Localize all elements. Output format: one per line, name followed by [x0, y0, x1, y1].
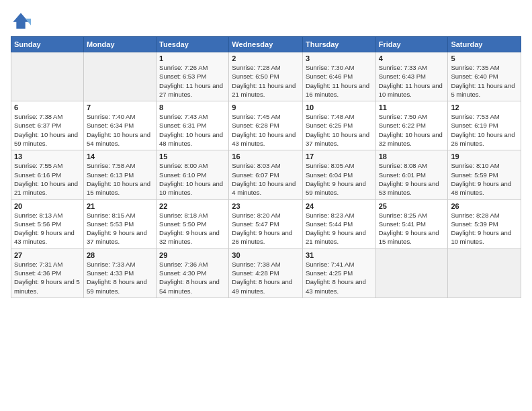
day-info: Sunrise: 7:28 AMSunset: 6:50 PMDaylight:…	[232, 63, 300, 99]
col-header-monday: Monday	[83, 37, 156, 52]
day-info: Sunrise: 7:35 AMSunset: 6:40 PMDaylight:…	[451, 63, 518, 99]
day-cell: 9 Sunrise: 7:45 AMSunset: 6:28 PMDayligh…	[229, 101, 303, 150]
day-number: 15	[159, 152, 226, 161]
day-info: Sunrise: 7:26 AMSunset: 6:53 PMDaylight:…	[159, 63, 226, 99]
col-header-sunday: Sunday	[11, 37, 84, 52]
day-number: 23	[232, 202, 300, 210]
header	[11, 11, 521, 31]
day-number: 30	[232, 251, 300, 259]
day-number: 7	[87, 103, 153, 111]
day-number: 13	[14, 152, 81, 161]
day-cell: 27 Sunrise: 7:31 AMSunset: 4:36 PMDaylig…	[11, 248, 84, 298]
day-cell: 7 Sunrise: 7:40 AMSunset: 6:34 PMDayligh…	[83, 101, 156, 150]
day-cell: 28 Sunrise: 7:33 AMSunset: 4:33 PMDaylig…	[83, 248, 156, 298]
day-number: 10	[306, 103, 373, 111]
day-number: 5	[451, 54, 518, 62]
day-cell: 29 Sunrise: 7:36 AMSunset: 4:30 PMDaylig…	[157, 248, 229, 298]
day-info: Sunrise: 7:38 AMSunset: 4:28 PMDaylight:…	[232, 260, 300, 295]
day-number: 16	[232, 152, 300, 161]
day-info: Sunrise: 8:23 AMSunset: 5:44 PMDaylight:…	[306, 211, 373, 246]
day-info: Sunrise: 8:08 AMSunset: 6:01 PMDaylight:…	[379, 161, 445, 197]
day-info: Sunrise: 8:00 AMSunset: 6:10 PMDaylight:…	[159, 161, 226, 197]
day-info: Sunrise: 8:13 AMSunset: 5:56 PMDaylight:…	[14, 211, 81, 246]
day-number: 19	[451, 152, 518, 161]
day-cell: 23 Sunrise: 8:20 AMSunset: 5:47 PMDaylig…	[229, 199, 303, 248]
day-cell: 30 Sunrise: 7:38 AMSunset: 4:28 PMDaylig…	[229, 248, 303, 298]
day-cell: 31 Sunrise: 7:41 AMSunset: 4:25 PMDaylig…	[302, 248, 375, 298]
col-header-tuesday: Tuesday	[157, 37, 229, 52]
day-number: 1	[159, 54, 226, 62]
day-cell: 4 Sunrise: 7:33 AMSunset: 6:43 PMDayligh…	[375, 52, 448, 101]
day-number: 20	[14, 202, 81, 210]
day-cell: 25 Sunrise: 8:25 AMSunset: 5:41 PMDaylig…	[375, 199, 448, 248]
day-info: Sunrise: 7:50 AMSunset: 6:22 PMDaylight:…	[379, 112, 445, 148]
day-number: 11	[379, 103, 445, 111]
day-cell: 14 Sunrise: 7:58 AMSunset: 6:13 PMDaylig…	[83, 150, 156, 199]
day-cell: 8 Sunrise: 7:43 AMSunset: 6:31 PMDayligh…	[157, 101, 229, 150]
day-cell: 21 Sunrise: 8:15 AMSunset: 5:53 PMDaylig…	[83, 199, 156, 248]
day-number: 29	[159, 251, 226, 259]
day-cell: 16 Sunrise: 8:03 AMSunset: 6:07 PMDaylig…	[229, 150, 303, 199]
day-cell: 13 Sunrise: 7:55 AMSunset: 6:16 PMDaylig…	[11, 150, 84, 199]
day-info: Sunrise: 7:40 AMSunset: 6:34 PMDaylight:…	[87, 112, 153, 148]
day-info: Sunrise: 7:33 AMSunset: 4:33 PMDaylight:…	[87, 260, 153, 295]
week-row-4: 20 Sunrise: 8:13 AMSunset: 5:56 PMDaylig…	[11, 199, 521, 248]
day-info: Sunrise: 7:45 AMSunset: 6:28 PMDaylight:…	[232, 112, 300, 148]
day-number: 27	[14, 251, 81, 259]
day-number: 14	[87, 152, 153, 161]
day-number: 8	[159, 103, 226, 111]
day-info: Sunrise: 7:31 AMSunset: 4:36 PMDaylight:…	[14, 260, 81, 295]
day-number: 9	[232, 103, 300, 111]
day-cell: 2 Sunrise: 7:28 AMSunset: 6:50 PMDayligh…	[229, 52, 303, 101]
day-info: Sunrise: 7:55 AMSunset: 6:16 PMDaylight:…	[14, 161, 81, 197]
header-row: SundayMondayTuesdayWednesdayThursdayFrid…	[11, 37, 521, 52]
logo	[11, 11, 34, 31]
day-number: 17	[306, 152, 373, 161]
day-cell: 5 Sunrise: 7:35 AMSunset: 6:40 PMDayligh…	[448, 52, 521, 101]
week-row-5: 27 Sunrise: 7:31 AMSunset: 4:36 PMDaylig…	[11, 248, 521, 298]
day-info: Sunrise: 8:10 AMSunset: 5:59 PMDaylight:…	[451, 161, 518, 197]
day-cell	[375, 248, 448, 298]
day-info: Sunrise: 7:48 AMSunset: 6:25 PMDaylight:…	[306, 112, 373, 148]
col-header-saturday: Saturday	[448, 37, 521, 52]
day-cell: 18 Sunrise: 8:08 AMSunset: 6:01 PMDaylig…	[375, 150, 448, 199]
calendar-table: SundayMondayTuesdayWednesdayThursdayFrid…	[11, 36, 521, 298]
day-info: Sunrise: 8:28 AMSunset: 5:39 PMDaylight:…	[451, 211, 518, 246]
day-cell: 17 Sunrise: 8:05 AMSunset: 6:04 PMDaylig…	[302, 150, 375, 199]
day-cell: 15 Sunrise: 8:00 AMSunset: 6:10 PMDaylig…	[157, 150, 229, 199]
day-number: 6	[14, 103, 81, 111]
day-cell: 10 Sunrise: 7:48 AMSunset: 6:25 PMDaylig…	[302, 101, 375, 150]
day-info: Sunrise: 7:36 AMSunset: 4:30 PMDaylight:…	[159, 260, 226, 295]
day-number: 3	[306, 54, 373, 62]
day-cell: 12 Sunrise: 7:53 AMSunset: 6:19 PMDaylig…	[448, 101, 521, 150]
day-info: Sunrise: 8:18 AMSunset: 5:50 PMDaylight:…	[159, 211, 226, 246]
day-info: Sunrise: 7:33 AMSunset: 6:43 PMDaylight:…	[379, 63, 445, 99]
day-cell: 20 Sunrise: 8:13 AMSunset: 5:56 PMDaylig…	[11, 199, 84, 248]
day-cell: 22 Sunrise: 8:18 AMSunset: 5:50 PMDaylig…	[157, 199, 229, 248]
day-info: Sunrise: 8:20 AMSunset: 5:47 PMDaylight:…	[232, 211, 300, 246]
day-info: Sunrise: 7:43 AMSunset: 6:31 PMDaylight:…	[159, 112, 226, 148]
col-header-wednesday: Wednesday	[229, 37, 303, 52]
col-header-thursday: Thursday	[302, 37, 375, 52]
col-header-friday: Friday	[375, 37, 448, 52]
logo-icon	[11, 11, 31, 31]
day-cell: 1 Sunrise: 7:26 AMSunset: 6:53 PMDayligh…	[157, 52, 229, 101]
day-cell	[83, 52, 156, 101]
day-info: Sunrise: 7:38 AMSunset: 6:37 PMDaylight:…	[14, 112, 81, 148]
day-info: Sunrise: 7:53 AMSunset: 6:19 PMDaylight:…	[451, 112, 518, 148]
day-number: 18	[379, 152, 445, 161]
day-number: 12	[451, 103, 518, 111]
day-number: 4	[379, 54, 445, 62]
day-info: Sunrise: 7:58 AMSunset: 6:13 PMDaylight:…	[87, 161, 153, 197]
day-number: 2	[232, 54, 300, 62]
day-number: 31	[306, 251, 373, 259]
day-cell: 19 Sunrise: 8:10 AMSunset: 5:59 PMDaylig…	[448, 150, 521, 199]
day-cell	[448, 248, 521, 298]
day-number: 21	[87, 202, 153, 210]
day-cell: 3 Sunrise: 7:30 AMSunset: 6:46 PMDayligh…	[302, 52, 375, 101]
day-cell: 6 Sunrise: 7:38 AMSunset: 6:37 PMDayligh…	[11, 101, 84, 150]
week-row-2: 6 Sunrise: 7:38 AMSunset: 6:37 PMDayligh…	[11, 101, 521, 150]
day-info: Sunrise: 8:03 AMSunset: 6:07 PMDaylight:…	[232, 161, 300, 197]
svg-marker-0	[13, 13, 28, 28]
day-number: 26	[451, 202, 518, 210]
